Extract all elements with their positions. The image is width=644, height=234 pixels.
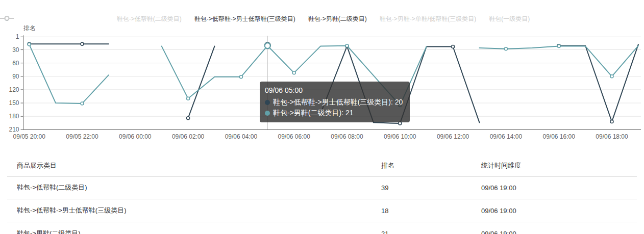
- data-point: [187, 97, 190, 100]
- data-point: [345, 44, 349, 47]
- legend-label: 鞋包->低帮鞋->男士低帮鞋(三级类目): [194, 15, 295, 22]
- series-line: [188, 46, 215, 118]
- x-axis-label: 09/06 10:00: [384, 133, 416, 140]
- cell-time: 09/06 19:00: [481, 199, 637, 222]
- data-point: [81, 42, 84, 45]
- series-line: [320, 46, 479, 124]
- cell-category: 鞋包->低帮鞋->男士低帮鞋(三级类目): [7, 199, 381, 222]
- legend-item-1[interactable]: 鞋包->低帮鞋(二级类目): [114, 15, 182, 22]
- y-axis-label: 120: [9, 86, 19, 93]
- x-axis-label: 09/06 04:00: [225, 133, 258, 140]
- x-axis-label: 09/06 16:00: [542, 133, 575, 140]
- legend-label: 鞋包->男鞋->单鞋/低帮鞋(三级类目): [380, 15, 476, 22]
- x-axis-label: 09/06 14:00: [490, 133, 523, 140]
- series-line: [559, 44, 638, 122]
- series-line: [480, 46, 638, 76]
- y-axis-label: 1: [16, 33, 19, 40]
- cell-time: 09/06 19:00: [481, 176, 637, 199]
- cell-category: 鞋包->低帮鞋(二级类目): [7, 176, 381, 199]
- rank-trend-chart[interactable]: 鞋包->低帮鞋(二级类目)鞋包->低帮鞋->男士低帮鞋(三级类目)鞋包->男鞋(…: [0, 0, 644, 149]
- series-line: [162, 46, 427, 106]
- cell-rank: 18: [381, 199, 481, 222]
- y-axis-label: 60: [12, 60, 19, 67]
- data-point: [399, 122, 402, 125]
- x-axis-label: 09/06 12:00: [437, 133, 469, 140]
- legend-item-2[interactable]: 鞋包->低帮鞋->男士低帮鞋(三级类目): [192, 15, 295, 22]
- cell-category: 鞋包->男鞋(二级类目): [7, 222, 381, 234]
- data-point: [452, 45, 455, 48]
- y-axis-label: 90: [12, 73, 19, 80]
- y-axis-label: 210: [9, 126, 19, 133]
- table-header-rank: 排名: [381, 154, 481, 176]
- x-axis-label: 09/06 06:00: [278, 133, 310, 140]
- series-line: [29, 44, 109, 103]
- cell-time: 09/06 19:00: [481, 222, 637, 234]
- x-axis-label: 09/06 18:00: [596, 133, 628, 140]
- legend-item-5[interactable]: 鞋包(一级类目): [486, 15, 530, 22]
- data-point: [610, 120, 613, 123]
- data-point: [81, 102, 84, 105]
- x-axis-label: 09/05 20:00: [13, 133, 45, 140]
- data-point: [187, 117, 190, 120]
- highlighted-data-point: [265, 43, 270, 48]
- x-axis-label: 09/06 00:00: [119, 133, 152, 140]
- x-axis-label: 09/06 02:00: [172, 133, 205, 140]
- cell-rank: 21: [381, 222, 481, 234]
- legend-label: 鞋包->男鞋(二级类目): [308, 15, 367, 22]
- legend-label: 鞋包(一级类目): [489, 15, 530, 22]
- legend-label: 鞋包->低帮鞋(二级类目): [117, 15, 182, 22]
- y-axis-title: 排名: [23, 24, 36, 32]
- data-point: [292, 71, 295, 74]
- legend-item-3[interactable]: 鞋包->男鞋(二级类目): [306, 15, 367, 22]
- category-rank-table: 商品展示类目排名统计时间维度 鞋包->低帮鞋(二级类目)3909/06 19:0…: [7, 154, 637, 234]
- y-axis-label: 180: [9, 113, 19, 120]
- data-point: [239, 75, 242, 79]
- data-point: [28, 43, 31, 46]
- table-row: 鞋包->低帮鞋(二级类目)3909/06 19:00: [7, 176, 637, 199]
- table-header-time: 统计时间维度: [481, 154, 637, 176]
- y-axis-label: 30: [12, 46, 19, 54]
- x-axis-label: 09/05 22:00: [66, 133, 98, 140]
- table-row: 鞋包->低帮鞋->男士低帮鞋(三级类目)1809/06 19:00: [7, 199, 637, 222]
- data-point: [610, 75, 613, 78]
- table-header-category: 商品展示类目: [7, 154, 381, 176]
- x-axis-label: 09/06 08:00: [331, 133, 363, 140]
- cell-rank: 39: [381, 176, 481, 199]
- legend-line-icon: [0, 15, 14, 21]
- legend-item-4[interactable]: 鞋包->男鞋->单鞋/低帮鞋(三级类目): [377, 15, 476, 22]
- chart-legend: 鞋包->低帮鞋(二级类目)鞋包->低帮鞋->男士低帮鞋(三级类目)鞋包->男鞋(…: [0, 15, 644, 22]
- data-point: [399, 103, 402, 107]
- data-point: [557, 45, 560, 48]
- table-row: 鞋包->男鞋(二级类目)2109/06 19:00: [7, 222, 637, 234]
- data-point: [504, 47, 507, 50]
- y-axis-label: 150: [9, 99, 19, 107]
